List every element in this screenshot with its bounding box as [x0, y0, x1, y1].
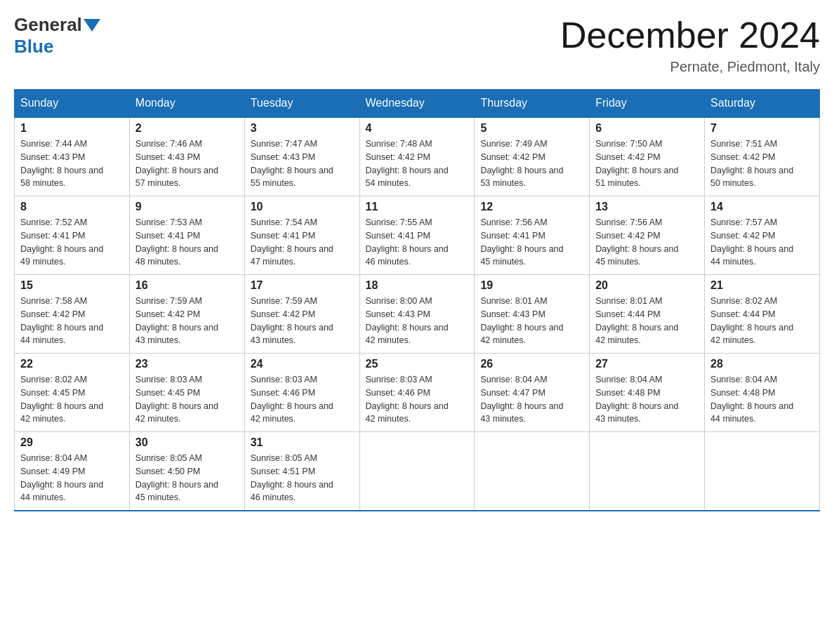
day-number: 22	[20, 358, 124, 370]
calendar-cell: 10 Sunrise: 7:54 AM Sunset: 4:41 PM Dayl…	[244, 196, 359, 275]
calendar-week-row: 1 Sunrise: 7:44 AM Sunset: 4:43 PM Dayli…	[15, 117, 820, 196]
day-number: 5	[480, 122, 583, 135]
day-number: 23	[135, 358, 239, 370]
calendar-cell: 24 Sunrise: 8:03 AM Sunset: 4:46 PM Dayl…	[244, 354, 359, 432]
day-number: 24	[251, 358, 354, 370]
calendar-table: SundayMondayTuesdayWednesdayThursdayFrid…	[14, 89, 820, 511]
day-info: Sunrise: 7:59 AM Sunset: 4:42 PM Dayligh…	[251, 295, 354, 347]
day-number: 17	[251, 279, 354, 292]
calendar-cell: 5 Sunrise: 7:49 AM Sunset: 4:42 PM Dayli…	[475, 117, 590, 196]
calendar-week-row: 22 Sunrise: 8:02 AM Sunset: 4:45 PM Dayl…	[15, 354, 820, 432]
day-info: Sunrise: 7:56 AM Sunset: 4:41 PM Dayligh…	[480, 216, 583, 269]
day-number: 8	[20, 201, 124, 213]
day-info: Sunrise: 8:00 AM Sunset: 4:43 PM Dayligh…	[366, 295, 469, 347]
calendar-cell: 12 Sunrise: 7:56 AM Sunset: 4:41 PM Dayl…	[475, 196, 590, 275]
day-info: Sunrise: 7:55 AM Sunset: 4:41 PM Dayligh…	[366, 216, 469, 269]
day-number: 28	[710, 358, 814, 370]
day-info: Sunrise: 8:04 AM Sunset: 4:48 PM Dayligh…	[595, 373, 699, 426]
day-info: Sunrise: 7:47 AM Sunset: 4:43 PM Dayligh…	[251, 137, 354, 190]
day-number: 11	[366, 201, 469, 213]
day-number: 6	[595, 122, 699, 135]
day-number: 16	[135, 279, 239, 292]
calendar-cell	[475, 432, 590, 511]
location-text: Pernate, Piedmont, Italy	[560, 59, 820, 75]
day-number: 9	[135, 201, 239, 213]
calendar-cell	[590, 432, 705, 511]
calendar-cell: 20 Sunrise: 8:01 AM Sunset: 4:44 PM Dayl…	[590, 275, 705, 354]
calendar-cell: 8 Sunrise: 7:52 AM Sunset: 4:41 PM Dayli…	[15, 196, 130, 275]
day-number: 26	[480, 358, 583, 370]
weekday-header-monday: Monday	[129, 90, 244, 118]
day-number: 15	[20, 279, 124, 292]
calendar-cell: 22 Sunrise: 8:02 AM Sunset: 4:45 PM Dayl…	[15, 354, 130, 432]
day-number: 19	[480, 279, 583, 292]
day-number: 25	[366, 358, 469, 370]
day-info: Sunrise: 8:01 AM Sunset: 4:44 PM Dayligh…	[595, 295, 699, 347]
logo: General Blue	[14, 14, 102, 58]
title-block: December 2024 Pernate, Piedmont, Italy	[560, 14, 820, 75]
day-info: Sunrise: 8:05 AM Sunset: 4:50 PM Dayligh…	[135, 452, 239, 504]
calendar-week-row: 15 Sunrise: 7:58 AM Sunset: 4:42 PM Dayl…	[15, 275, 820, 354]
calendar-cell: 15 Sunrise: 7:58 AM Sunset: 4:42 PM Dayl…	[15, 275, 130, 354]
day-info: Sunrise: 7:58 AM Sunset: 4:42 PM Dayligh…	[20, 295, 124, 347]
day-info: Sunrise: 7:46 AM Sunset: 4:43 PM Dayligh…	[135, 137, 239, 190]
calendar-cell	[359, 432, 475, 511]
calendar-cell: 28 Sunrise: 8:04 AM Sunset: 4:48 PM Dayl…	[705, 354, 820, 432]
calendar-cell: 9 Sunrise: 7:53 AM Sunset: 4:41 PM Dayli…	[129, 196, 244, 275]
day-number: 3	[251, 122, 354, 135]
calendar-cell: 19 Sunrise: 8:01 AM Sunset: 4:43 PM Dayl…	[475, 275, 590, 354]
day-number: 27	[595, 358, 699, 370]
day-number: 4	[366, 122, 469, 135]
calendar-cell: 21 Sunrise: 8:02 AM Sunset: 4:44 PM Dayl…	[705, 275, 820, 354]
day-number: 12	[480, 201, 583, 213]
calendar-cell: 27 Sunrise: 8:04 AM Sunset: 4:48 PM Dayl…	[590, 354, 705, 432]
calendar-cell: 1 Sunrise: 7:44 AM Sunset: 4:43 PM Dayli…	[15, 117, 130, 196]
logo-blue-text: Blue	[14, 36, 53, 57]
day-info: Sunrise: 7:59 AM Sunset: 4:42 PM Dayligh…	[135, 295, 239, 347]
weekday-header-tuesday: Tuesday	[244, 90, 359, 118]
logo-arrow-icon	[84, 19, 100, 32]
day-info: Sunrise: 8:03 AM Sunset: 4:45 PM Dayligh…	[135, 373, 239, 426]
calendar-cell: 18 Sunrise: 8:00 AM Sunset: 4:43 PM Dayl…	[359, 275, 475, 354]
calendar-cell: 2 Sunrise: 7:46 AM Sunset: 4:43 PM Dayli…	[129, 117, 244, 196]
day-info: Sunrise: 8:05 AM Sunset: 4:51 PM Dayligh…	[251, 452, 354, 504]
calendar-week-row: 8 Sunrise: 7:52 AM Sunset: 4:41 PM Dayli…	[15, 196, 820, 275]
day-info: Sunrise: 7:56 AM Sunset: 4:42 PM Dayligh…	[595, 216, 699, 269]
calendar-cell: 7 Sunrise: 7:51 AM Sunset: 4:42 PM Dayli…	[705, 117, 820, 196]
day-info: Sunrise: 8:03 AM Sunset: 4:46 PM Dayligh…	[366, 373, 469, 426]
calendar-cell: 30 Sunrise: 8:05 AM Sunset: 4:50 PM Dayl…	[129, 432, 244, 511]
day-number: 14	[710, 201, 814, 213]
calendar-cell: 26 Sunrise: 8:04 AM Sunset: 4:47 PM Dayl…	[475, 354, 590, 432]
day-info: Sunrise: 7:49 AM Sunset: 4:42 PM Dayligh…	[480, 137, 583, 190]
day-number: 30	[135, 436, 239, 449]
day-info: Sunrise: 7:54 AM Sunset: 4:41 PM Dayligh…	[251, 216, 354, 269]
day-number: 18	[366, 279, 469, 292]
day-info: Sunrise: 7:53 AM Sunset: 4:41 PM Dayligh…	[135, 216, 239, 269]
day-number: 21	[710, 279, 814, 292]
day-info: Sunrise: 8:04 AM Sunset: 4:48 PM Dayligh…	[710, 373, 814, 426]
day-info: Sunrise: 7:44 AM Sunset: 4:43 PM Dayligh…	[20, 137, 124, 190]
day-number: 29	[20, 436, 124, 449]
logo-general-text: General	[14, 14, 82, 36]
day-number: 10	[251, 201, 354, 213]
weekday-header-saturday: Saturday	[705, 90, 820, 118]
calendar-cell: 3 Sunrise: 7:47 AM Sunset: 4:43 PM Dayli…	[244, 117, 359, 196]
weekday-header-wednesday: Wednesday	[359, 90, 475, 118]
calendar-week-row: 29 Sunrise: 8:04 AM Sunset: 4:49 PM Dayl…	[15, 432, 820, 511]
day-number: 31	[251, 436, 354, 449]
day-info: Sunrise: 7:52 AM Sunset: 4:41 PM Dayligh…	[20, 216, 124, 269]
calendar-cell: 13 Sunrise: 7:56 AM Sunset: 4:42 PM Dayl…	[590, 196, 705, 275]
day-info: Sunrise: 8:02 AM Sunset: 4:44 PM Dayligh…	[710, 295, 814, 347]
day-info: Sunrise: 8:04 AM Sunset: 4:49 PM Dayligh…	[20, 452, 124, 504]
calendar-cell: 23 Sunrise: 8:03 AM Sunset: 4:45 PM Dayl…	[129, 354, 244, 432]
calendar-cell: 17 Sunrise: 7:59 AM Sunset: 4:42 PM Dayl…	[244, 275, 359, 354]
day-info: Sunrise: 7:48 AM Sunset: 4:42 PM Dayligh…	[366, 137, 469, 190]
day-number: 20	[595, 279, 699, 292]
day-info: Sunrise: 7:51 AM Sunset: 4:42 PM Dayligh…	[710, 137, 814, 190]
calendar-cell: 31 Sunrise: 8:05 AM Sunset: 4:51 PM Dayl…	[244, 432, 359, 511]
weekday-header-friday: Friday	[590, 90, 705, 118]
day-info: Sunrise: 7:57 AM Sunset: 4:42 PM Dayligh…	[710, 216, 814, 269]
calendar-cell: 6 Sunrise: 7:50 AM Sunset: 4:42 PM Dayli…	[590, 117, 705, 196]
day-info: Sunrise: 8:01 AM Sunset: 4:43 PM Dayligh…	[480, 295, 583, 347]
calendar-cell: 29 Sunrise: 8:04 AM Sunset: 4:49 PM Dayl…	[15, 432, 130, 511]
